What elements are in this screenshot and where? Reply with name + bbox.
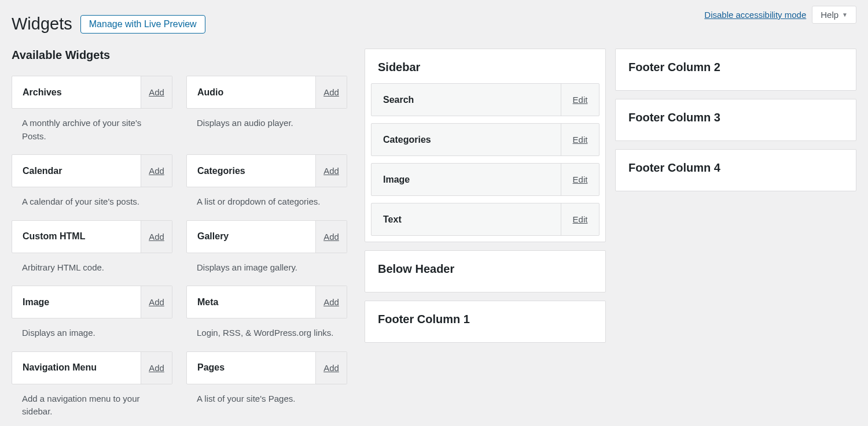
placed-widget[interactable]: CategoriesEdit <box>371 123 599 156</box>
widget-area[interactable]: Below Header <box>365 250 606 292</box>
widget-handle[interactable]: MetaAdd <box>186 286 347 318</box>
widget-description: A monthly archive of your site's Posts. <box>12 109 172 151</box>
widget-name: Archives <box>12 76 141 108</box>
widget-description: Add a navigation menu to your sidebar. <box>12 384 172 427</box>
widget-name: Audio <box>187 76 315 108</box>
placed-widget[interactable]: SearchEdit <box>371 83 599 116</box>
widget-description: Arbitrary HTML code. <box>12 253 172 283</box>
widget-name: Gallery <box>187 221 315 253</box>
add-widget-button[interactable]: Add <box>315 221 347 253</box>
edit-widget-button[interactable]: Edit <box>561 84 599 116</box>
add-widget-button[interactable]: Add <box>141 221 172 253</box>
available-widgets-heading: Available Widgets <box>12 49 347 62</box>
widget-name: Navigation Menu <box>12 352 141 384</box>
widget-area[interactable]: Footer Column 1 <box>365 301 606 343</box>
add-widget-button[interactable]: Add <box>315 76 347 108</box>
widget-area[interactable]: Footer Column 3 <box>615 99 856 141</box>
widget-handle[interactable]: GalleryAdd <box>186 220 347 253</box>
widget-area[interactable]: Footer Column 4 <box>615 149 856 191</box>
help-tab-label: Help <box>821 10 838 20</box>
available-widget: GalleryAddDisplays an image gallery. <box>186 220 347 283</box>
available-widget: AudioAddDisplays an audio player. <box>186 76 347 151</box>
widget-handle[interactable]: CategoriesAdd <box>186 154 347 187</box>
edit-widget-button[interactable]: Edit <box>561 164 599 195</box>
add-widget-button[interactable]: Add <box>315 286 347 318</box>
widget-area-title: Footer Column 1 <box>371 301 599 326</box>
add-widget-button[interactable]: Add <box>141 286 172 318</box>
widget-name: Meta <box>187 286 315 318</box>
widget-areas-panel: SidebarSearchEditCategoriesEditImageEdit… <box>365 49 856 343</box>
widget-area-title: Below Header <box>371 251 599 276</box>
manage-live-preview-button[interactable]: Manage with Live Preview <box>80 15 205 34</box>
add-widget-button[interactable]: Add <box>141 76 172 108</box>
placed-widget-name: Search <box>372 84 561 116</box>
widget-handle[interactable]: CalendarAdd <box>12 154 172 187</box>
edit-widget-button[interactable]: Edit <box>561 203 599 235</box>
widget-description: A calendar of your site's posts. <box>12 187 172 217</box>
widget-description: Login, RSS, & WordPress.org links. <box>186 318 347 348</box>
placed-widget-name: Categories <box>372 124 561 155</box>
widget-description: Displays an image. <box>12 318 172 348</box>
add-widget-button[interactable]: Add <box>141 352 172 384</box>
available-widget: Custom HTMLAddArbitrary HTML code. <box>12 220 172 283</box>
page-title: Widgets <box>12 14 72 34</box>
chevron-down-icon: ▼ <box>842 12 848 18</box>
add-widget-button[interactable]: Add <box>315 352 347 384</box>
widget-area-title: Footer Column 2 <box>621 49 850 74</box>
widget-area-title: Footer Column 3 <box>621 99 850 124</box>
placed-widget-name: Text <box>372 203 561 235</box>
widget-area[interactable]: Footer Column 2 <box>615 49 856 91</box>
add-widget-button[interactable]: Add <box>141 155 172 187</box>
widget-area[interactable]: SidebarSearchEditCategoriesEditImageEdit… <box>365 49 606 242</box>
placed-widget[interactable]: ImageEdit <box>371 163 599 196</box>
widget-area-list: SearchEditCategoriesEditImageEditTextEdi… <box>371 83 599 236</box>
widget-name: Custom HTML <box>12 221 141 253</box>
placed-widget-name: Image <box>372 164 561 195</box>
widget-description: A list of your site's Pages. <box>186 384 347 414</box>
disable-accessibility-link[interactable]: Disable accessibility mode <box>704 10 806 20</box>
available-widget: ImageAddDisplays an image. <box>12 286 172 348</box>
available-widget: ArchivesAddA monthly archive of your sit… <box>12 76 172 151</box>
widget-area-title: Footer Column 4 <box>621 150 850 175</box>
widget-name: Image <box>12 286 141 318</box>
available-widget: PagesAddA list of your site's Pages. <box>186 351 347 427</box>
widget-handle[interactable]: AudioAdd <box>186 76 347 109</box>
widget-area-title: Sidebar <box>371 49 599 83</box>
widget-description: A list or dropdown of categories. <box>186 187 347 217</box>
widget-name: Pages <box>187 352 315 384</box>
available-widget: Navigation MenuAddAdd a navigation menu … <box>12 351 172 427</box>
help-tab-toggle[interactable]: Help ▼ <box>812 6 856 24</box>
widget-handle[interactable]: PagesAdd <box>186 351 347 384</box>
widget-handle[interactable]: Custom HTMLAdd <box>12 220 172 253</box>
available-widgets-panel: Available Widgets ArchivesAddA monthly a… <box>12 49 347 426</box>
widget-handle[interactable]: ArchivesAdd <box>12 76 172 109</box>
edit-widget-button[interactable]: Edit <box>561 124 599 155</box>
available-widget: MetaAddLogin, RSS, & WordPress.org links… <box>186 286 347 348</box>
available-widget: CalendarAddA calendar of your site's pos… <box>12 154 172 217</box>
widget-description: Displays an image gallery. <box>186 253 347 283</box>
widget-handle[interactable]: Navigation MenuAdd <box>12 351 172 384</box>
widget-name: Categories <box>187 155 315 187</box>
widget-handle[interactable]: ImageAdd <box>12 286 172 318</box>
widget-name: Calendar <box>12 155 141 187</box>
placed-widget[interactable]: TextEdit <box>371 203 599 236</box>
available-widget: CategoriesAddA list or dropdown of categ… <box>186 154 347 217</box>
widget-description: Displays an audio player. <box>186 109 347 138</box>
add-widget-button[interactable]: Add <box>315 155 347 187</box>
